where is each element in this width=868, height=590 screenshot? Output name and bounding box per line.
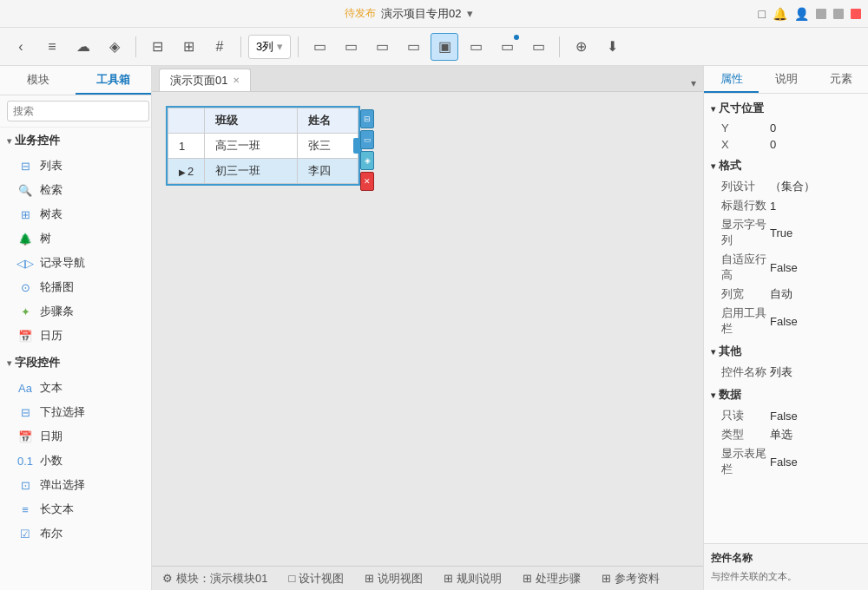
col-select-value: 3列	[256, 39, 273, 55]
side-tool-1[interactable]: ⊟	[360, 109, 374, 128]
search-input[interactable]	[7, 101, 149, 121]
section-other: ▾ 其他 控件名称 列表	[704, 340, 868, 382]
text-icon: Aa	[17, 380, 33, 396]
section-size-header[interactable]: ▾ 尺寸位置	[704, 97, 868, 120]
ctrl-list[interactable]: ⊟ 列表	[0, 154, 151, 178]
ctrl-steps[interactable]: ✦ 步骤条	[0, 299, 151, 324]
layers-button[interactable]: ◈	[101, 33, 128, 61]
right-tab-elements[interactable]: 元素	[813, 66, 868, 93]
ref-info-status[interactable]: ⊞ 参考资料	[602, 571, 660, 587]
dropdown-icon: ⊟	[17, 404, 33, 420]
ctrl-search[interactable]: 🔍 检索	[0, 178, 151, 202]
side-tool-4[interactable]: ✕	[360, 172, 374, 191]
design-icon: □	[288, 572, 295, 585]
ctrl-tree-table[interactable]: ⊞ 树表	[0, 202, 151, 226]
page-tab-01[interactable]: 演示页面01 ✕	[159, 69, 251, 91]
right-tab-properties[interactable]: 属性	[704, 66, 759, 93]
network-icon: □	[759, 7, 766, 21]
ctrl-date[interactable]: 📅 日期	[0, 424, 151, 449]
hash-button[interactable]: #	[206, 33, 233, 61]
section-data: ▾ 数据 只读 False 类型 单选 显示表尾栏 False	[704, 384, 868, 479]
section-format-header[interactable]: ▾ 格式	[704, 154, 868, 177]
tabs-arrow-icon[interactable]: ▾	[691, 77, 696, 89]
footer-desc: 与控件关联的文本。	[711, 569, 861, 584]
right-tab-explain[interactable]: 说明	[759, 66, 813, 93]
main-content: 模块 工具箱 🔍 ⊞ ▾ 业务控件 ⊟ 列表	[0, 66, 868, 590]
back-button[interactable]: ‹	[7, 33, 35, 61]
ctrl-longtext[interactable]: ≡ 长文本	[0, 497, 151, 521]
canvas-frame: 班级 姓名 1 高三一班 张三 ▶2	[166, 106, 360, 186]
ctrl-dropdown[interactable]: ⊟ 下拉选择	[0, 400, 151, 424]
prop-ctrl-name: 控件名称 列表	[704, 363, 868, 382]
cell-class-1: 高三一班	[205, 134, 297, 159]
ctrl-bool[interactable]: ☑ 布尔	[0, 521, 151, 546]
table-row[interactable]: 1 高三一班 张三	[168, 134, 358, 159]
tab-module[interactable]: 模块	[0, 66, 76, 95]
prop-auto-row: 自适应行高 False	[704, 250, 868, 285]
layout-button[interactable]: ⊟	[143, 33, 171, 61]
prop-header-rows: 标题行数 1	[704, 196, 868, 215]
category-business-header[interactable]: ▾ 业务控件	[0, 128, 151, 154]
row-arrow-icon: ▶	[179, 167, 186, 177]
process-steps-status[interactable]: ⊞ 处理步骤	[523, 571, 581, 587]
tab-toolbox[interactable]: 工具箱	[76, 66, 151, 95]
close-btn[interactable]	[851, 9, 861, 19]
side-tool-3[interactable]: ◈	[360, 151, 374, 170]
steps-status-icon: ⊞	[523, 572, 532, 585]
table-row[interactable]: ▶2 初三一班 李四	[168, 159, 358, 184]
col-select-arrow: ▾	[277, 40, 283, 53]
rule-explain-status[interactable]: ⊞ 规则说明	[444, 571, 502, 587]
frame3-button[interactable]: ▭	[368, 33, 396, 61]
canvas-area[interactable]: 班级 姓名 1 高三一班 张三 ▶2	[152, 92, 703, 566]
frame5-button[interactable]: ▣	[431, 33, 458, 61]
cell-name-2: 李四	[297, 159, 358, 184]
ctrl-text[interactable]: Aa 文本	[0, 376, 151, 400]
grid-button[interactable]: ⊞	[174, 33, 202, 61]
ctrl-record-nav[interactable]: ◁▷ 记录导航	[0, 251, 151, 275]
frame1-button[interactable]: ▭	[306, 33, 333, 61]
explain-view-status[interactable]: ⊞ 说明视图	[365, 571, 423, 587]
section-other-header[interactable]: ▾ 其他	[704, 340, 868, 363]
ctrl-carousel[interactable]: ⊙ 轮播图	[0, 275, 151, 299]
frame2-button[interactable]: ▭	[337, 33, 365, 61]
menu-button[interactable]: ≡	[38, 33, 66, 61]
project-name[interactable]: 演示项目专用02	[381, 6, 461, 22]
maximize-btn[interactable]	[833, 9, 844, 19]
side-tool-2[interactable]: ▭	[360, 130, 374, 149]
design-view-status[interactable]: □ 设计视图	[288, 571, 344, 587]
ctrl-calendar[interactable]: 📅 日历	[0, 324, 151, 348]
prop-readonly: 只读 False	[704, 406, 868, 425]
user-icon[interactable]: 👤	[794, 7, 809, 21]
footer-title: 控件名称	[711, 551, 861, 566]
ctrl-popup[interactable]: ⊡ 弹出选择	[0, 473, 151, 497]
cloud-button[interactable]: ☁	[69, 33, 97, 61]
ctrl-tree[interactable]: 🌲 树	[0, 226, 151, 251]
frame8-button[interactable]: ▭	[524, 33, 552, 61]
list-icon: ⊟	[17, 158, 33, 174]
business-items: ⊟ 列表 🔍 检索 ⊞ 树表 🌲 树	[0, 154, 151, 348]
dropdown-icon[interactable]: ▾	[467, 7, 473, 20]
share-button[interactable]: ⊕	[567, 33, 595, 61]
frame6-button[interactable]: ▭	[462, 33, 490, 61]
canvas-side-tools: ⊟ ▭ ◈ ✕	[358, 108, 376, 193]
separator3	[298, 36, 299, 57]
bell-icon[interactable]: 🔔	[773, 7, 787, 21]
frame7-button[interactable]: ▭	[493, 33, 521, 61]
properties-content: ▾ 尺寸位置 Y 0 X 0 ▾ 格式 列设计	[704, 94, 868, 543]
category-field: ▾ 字段控件 Aa 文本 ⊟ 下拉选择 📅 日期	[0, 350, 151, 546]
category-field-header[interactable]: ▾ 字段控件	[0, 350, 151, 376]
module-status[interactable]: ⚙ 模块：演示模块01	[162, 571, 267, 587]
col-select[interactable]: 3列 ▾	[248, 35, 291, 59]
date-icon: 📅	[17, 429, 33, 444]
prop-type: 类型 单选	[704, 425, 868, 444]
category-business: ▾ 业务控件 ⊟ 列表 🔍 检索 ⊞ 树表	[0, 128, 151, 348]
section-data-header[interactable]: ▾ 数据	[704, 384, 868, 406]
left-panel: 模块 工具箱 🔍 ⊞ ▾ 业务控件 ⊟ 列表	[0, 66, 152, 590]
minimize-btn[interactable]	[816, 9, 826, 19]
page-tab-label: 演示页面01	[170, 73, 227, 88]
tab-close-icon[interactable]: ✕	[233, 75, 240, 85]
download-button[interactable]: ⬇	[598, 33, 626, 61]
ctrl-decimal[interactable]: 0.1 小数	[0, 449, 151, 473]
frame4-button[interactable]: ▭	[399, 33, 427, 61]
col-class-header: 班级	[205, 108, 297, 134]
